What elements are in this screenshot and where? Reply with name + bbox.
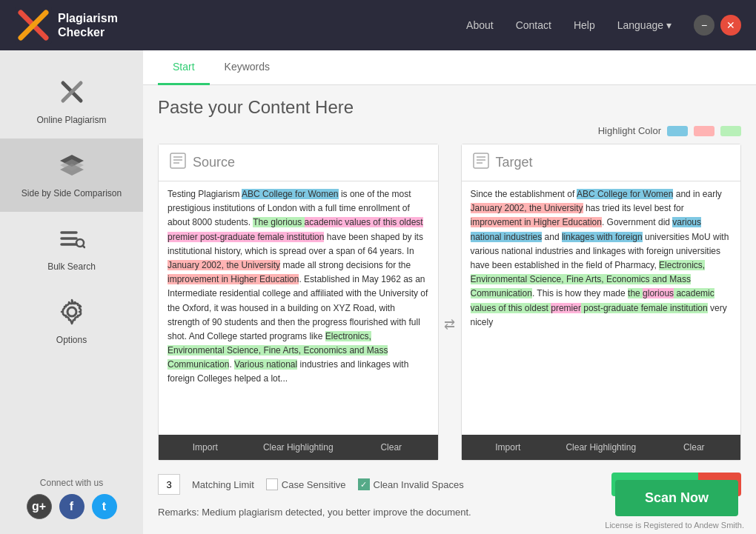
tab-start[interactable]: Start (158, 50, 210, 85)
language-dropdown[interactable]: Language ▾ (617, 19, 672, 31)
target-title: Target (496, 155, 533, 170)
license-text: License is Registered to Andew Smith. (605, 521, 744, 530)
target-clear-btn[interactable]: Clear (648, 435, 741, 460)
clean-invalid-spaces-label: Clean Invalid Spaces (374, 479, 464, 490)
layers-icon (59, 152, 85, 184)
highlight-bar: Highlight Color (158, 125, 741, 136)
plagiarism-icon (59, 79, 85, 110)
chevron-down-icon: ▾ (666, 19, 672, 31)
facebook-link[interactable]: f (59, 494, 84, 519)
gear-icon (59, 298, 85, 330)
sidebar-item-bulk-search[interactable]: Bulk Search (0, 212, 143, 285)
window-controls: − ✕ (694, 15, 741, 36)
header: Plagiarism Checker About Contact Help La… (0, 0, 756, 50)
source-panel-footer: Import Clear Highlighting Clear (159, 435, 438, 460)
source-panel-header: Source (159, 144, 438, 181)
social-links: g+ f t (0, 494, 143, 519)
scan-now-button[interactable]: Scan Now (615, 480, 738, 516)
sidebar-item-side-by-side[interactable]: Side by Side Comparison (0, 138, 143, 212)
nav-help[interactable]: Help (574, 19, 595, 31)
sidebar-item-options[interactable]: Options (0, 285, 143, 358)
svg-rect-18 (474, 153, 488, 168)
sidebar: Online Plagiarism Side by Side Compariso… (0, 50, 143, 534)
source-panel: Source Testing Plagiarism ABC College fo… (158, 144, 439, 461)
transfer-icon[interactable]: ⇄ (439, 144, 461, 461)
target-import-btn[interactable]: Import (462, 435, 555, 460)
highlight-color-green[interactable] (720, 126, 741, 136)
case-sensitive-label: Case Sensitive (282, 479, 346, 490)
clean-invalid-spaces-checkbox[interactable]: ✓ (358, 478, 370, 490)
sidebar-item-bulk-search-label: Bulk Search (47, 261, 96, 272)
matching-limit-input[interactable] (158, 474, 180, 495)
target-panel-footer: Import Clear Highlighting Clear (462, 435, 741, 460)
page-title: Paste your Content Here (158, 97, 741, 118)
case-sensitive-checkbox[interactable] (266, 478, 278, 490)
target-panel: Target Since the establishment of ABC Co… (461, 144, 742, 461)
google-plus-link[interactable]: g+ (27, 494, 52, 519)
svg-line-12 (82, 246, 84, 248)
nav-contact[interactable]: Contact (516, 19, 551, 31)
highlight-color-label: Highlight Color (598, 125, 661, 136)
target-body[interactable]: Since the establishment of ABC College f… (462, 181, 741, 435)
source-title: Source (193, 155, 235, 170)
sidebar-item-side-by-side-label: Side by Side Comparison (21, 188, 122, 198)
highlight-color-blue[interactable] (667, 126, 688, 136)
minimize-button[interactable]: − (694, 15, 714, 36)
svg-point-13 (67, 307, 76, 316)
logo-text: Plagiarism Checker (58, 11, 118, 39)
clean-invalid-spaces-wrap: ✓ Clean Invalid Spaces (358, 478, 464, 490)
source-clear-highlighting-btn[interactable]: Clear Highlighting (252, 435, 345, 460)
tabs: Start Keywords (143, 50, 756, 85)
nav-links: About Contact Help Language ▾ − ✕ (466, 15, 741, 36)
case-sensitive-wrap: Case Sensitive (266, 478, 346, 490)
target-clear-highlighting-btn[interactable]: Clear Highlighting (554, 435, 648, 460)
twitter-link[interactable]: t (92, 494, 117, 519)
connect-label: Connect with us (0, 478, 143, 488)
bulk-search-icon (59, 225, 85, 257)
matching-limit-label: Matching Limit (192, 479, 254, 490)
target-icon (472, 152, 490, 173)
sidebar-item-online-plagiarism-label: Online Plagiarism (36, 115, 106, 125)
tab-keywords[interactable]: Keywords (210, 50, 285, 85)
source-import-btn[interactable]: Import (159, 435, 252, 460)
panels-row: Source Testing Plagiarism ABC College fo… (158, 144, 741, 461)
content-area: Paste your Content Here Highlight Color (143, 85, 756, 534)
source-body[interactable]: Testing Plagiarism ABC College for Women… (159, 181, 438, 435)
highlight-color-red[interactable] (694, 126, 714, 136)
logo-area: Plagiarism Checker (15, 7, 118, 44)
sidebar-item-options-label: Options (56, 335, 87, 345)
source-icon (169, 152, 187, 173)
sidebar-item-online-plagiarism[interactable]: Online Plagiarism (0, 65, 143, 138)
svg-rect-14 (170, 153, 185, 168)
logo-icon (15, 7, 52, 44)
close-button[interactable]: ✕ (720, 15, 741, 36)
target-panel-header: Target (462, 144, 741, 181)
main-content: Start Keywords Paste your Content Here H… (143, 50, 756, 534)
source-clear-btn[interactable]: Clear (345, 435, 438, 460)
nav-about[interactable]: About (466, 19, 494, 31)
